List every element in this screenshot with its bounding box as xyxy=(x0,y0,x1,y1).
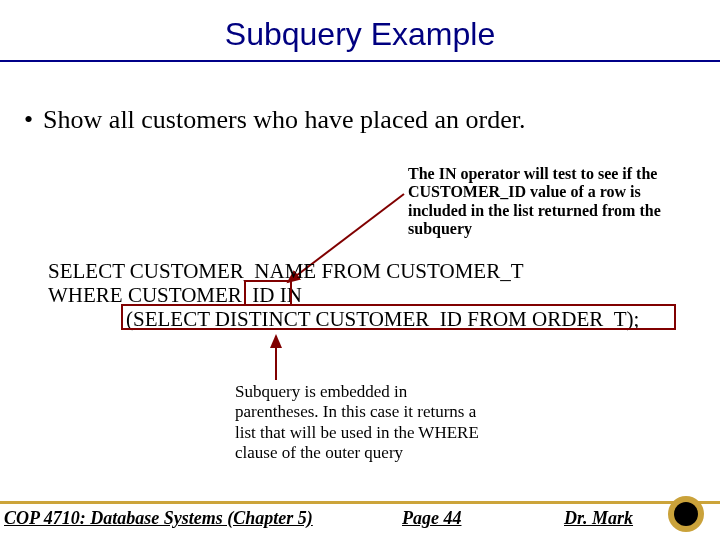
footer-page: Page 44 xyxy=(402,508,461,529)
annotation-subquery: Subquery is embedded in parentheses. In … xyxy=(235,382,490,464)
ucf-logo-icon xyxy=(666,494,706,534)
footer: COP 4710: Database Systems (Chapter 5) P… xyxy=(0,508,720,540)
slide: Subquery Example • Show all customers wh… xyxy=(0,0,720,540)
footer-divider xyxy=(0,501,720,504)
footer-author: Dr. Mark xyxy=(564,508,633,529)
footer-course: COP 4710: Database Systems (Chapter 5) xyxy=(4,508,313,529)
